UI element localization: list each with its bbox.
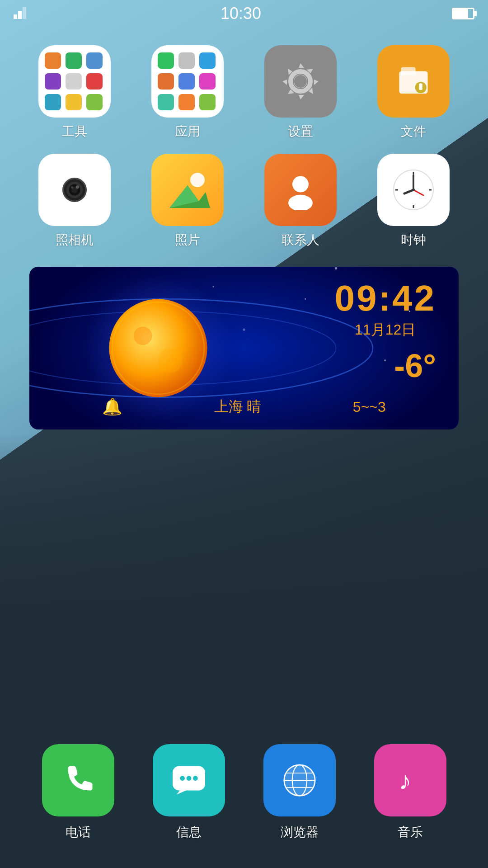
svg-point-48 xyxy=(180,776,185,781)
svg-point-50 xyxy=(193,776,198,781)
svg-point-39 xyxy=(213,286,214,288)
app-icon-photos xyxy=(151,154,224,226)
svg-point-45 xyxy=(134,327,152,345)
dock-item-phone[interactable]: 电话 xyxy=(42,744,114,841)
app-icon-camera xyxy=(38,154,111,226)
svg-marker-0 xyxy=(14,14,17,19)
svg-point-46 xyxy=(158,348,183,373)
dock-icon-browser xyxy=(263,744,336,816)
dock-item-browser[interactable]: 浏览器 xyxy=(263,744,336,841)
app-icon-settings xyxy=(264,45,337,118)
svg-point-49 xyxy=(186,776,191,781)
weather-bottom: 🔔 上海 晴 5~~3 xyxy=(29,397,459,417)
svg-point-5 xyxy=(294,75,307,88)
dock-label-browser: 浏览器 xyxy=(281,824,319,841)
dock-label-message: 信息 xyxy=(176,824,202,841)
app-item-apps[interactable]: 应用 xyxy=(136,45,239,140)
svg-rect-9 xyxy=(419,84,422,90)
battery-indicator xyxy=(452,8,474,19)
dock-icon-message xyxy=(153,744,225,816)
app-icon-contacts xyxy=(264,154,337,226)
svg-point-38 xyxy=(243,329,245,331)
weather-date: 11月12日 xyxy=(334,320,436,340)
app-label-apps: 应用 xyxy=(175,123,200,140)
svg-marker-2 xyxy=(23,7,26,19)
app-icon-apps xyxy=(151,45,224,118)
app-item-photos[interactable]: 照片 xyxy=(136,154,239,249)
svg-point-19 xyxy=(292,176,309,192)
app-label-settings: 设置 xyxy=(288,123,313,140)
svg-point-34 xyxy=(335,267,337,269)
dock-item-message[interactable]: 信息 xyxy=(153,744,225,841)
app-item-tools[interactable]: 工具 xyxy=(23,45,127,140)
svg-point-20 xyxy=(288,195,313,210)
svg-marker-1 xyxy=(18,11,22,19)
dock-label-music: 音乐 xyxy=(398,824,423,841)
app-label-tools: 工具 xyxy=(62,123,87,140)
dock: 电话 信息 浏览器 xyxy=(0,744,488,841)
app-item-settings[interactable]: 设置 xyxy=(249,45,352,140)
weather-time: 09:42 xyxy=(334,280,436,316)
app-label-contacts: 联系人 xyxy=(282,231,319,249)
svg-point-15 xyxy=(76,185,79,189)
dock-item-music[interactable]: ♪ 音乐 xyxy=(374,744,446,841)
weather-range: 5~~3 xyxy=(353,399,386,415)
weather-bell-icon: 🔔 xyxy=(102,397,122,416)
app-label-photos: 照片 xyxy=(175,231,200,249)
app-label-files: 文件 xyxy=(401,123,426,140)
app-label-camera: 照相机 xyxy=(56,231,94,249)
app-item-clock[interactable]: 时钟 xyxy=(361,154,465,249)
weather-temp: -6° xyxy=(334,347,436,384)
app-label-clock: 时钟 xyxy=(401,231,426,249)
dock-label-phone: 电话 xyxy=(66,824,91,841)
status-time: 10:30 xyxy=(221,4,261,23)
svg-point-14 xyxy=(71,186,73,189)
signal-icon xyxy=(14,5,30,22)
status-bar: 10:30 xyxy=(0,0,488,27)
svg-text:♪: ♪ xyxy=(399,766,411,795)
app-item-contacts[interactable]: 联系人 xyxy=(249,154,352,249)
dock-icon-music: ♪ xyxy=(374,744,446,816)
svg-point-43 xyxy=(109,299,207,397)
weather-city: 上海 晴 xyxy=(214,397,262,417)
app-icon-tools xyxy=(38,45,111,118)
svg-point-16 xyxy=(190,173,205,187)
svg-rect-7 xyxy=(401,67,416,75)
weather-widget[interactable]: 09:42 11月12日 -6° 🔔 上海 晴 5~~3 xyxy=(29,267,459,429)
app-icon-files xyxy=(377,45,450,118)
app-icon-clock xyxy=(377,154,450,226)
svg-point-25 xyxy=(412,189,415,191)
svg-point-35 xyxy=(305,298,306,300)
dock-icon-phone xyxy=(42,744,114,816)
app-item-files[interactable]: 文件 xyxy=(361,45,465,140)
app-grid: 工具 应用 xyxy=(0,36,488,258)
app-item-camera[interactable]: 照相机 xyxy=(23,154,127,249)
